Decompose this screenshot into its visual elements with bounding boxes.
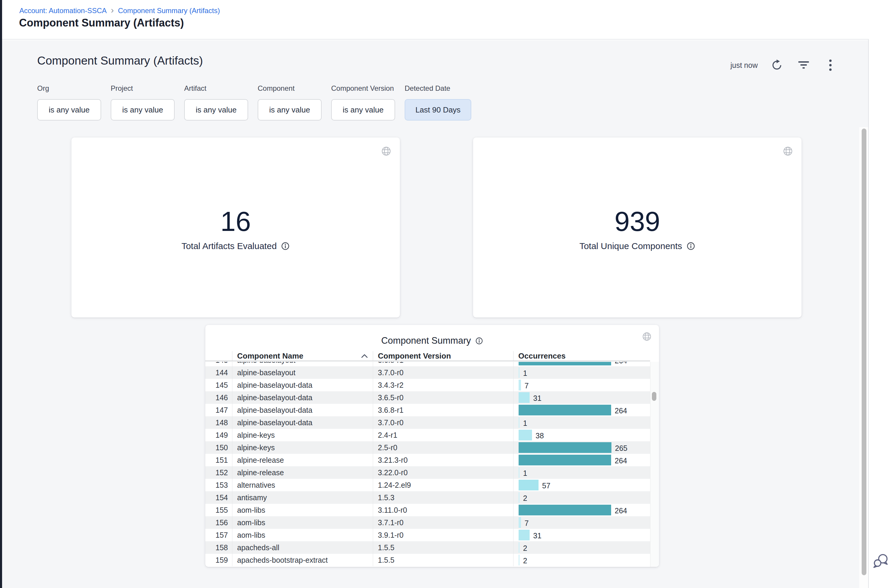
filter-toggle-button[interactable] bbox=[797, 58, 810, 72]
occurrences-cell: 2 bbox=[513, 554, 650, 566]
table-row[interactable]: 159 apacheds-bootstrap-extract 1.5.5 2 bbox=[205, 554, 650, 566]
row-index: 157 bbox=[205, 529, 232, 541]
component-version-cell: 3.6.8-r1 bbox=[373, 362, 513, 366]
breadcrumb-account-link[interactable]: Account: Automation-SSCA bbox=[19, 6, 106, 15]
table-row[interactable]: 158 apacheds-all 1.5.5 2 bbox=[205, 541, 650, 554]
component-summary-tile: Component Summary Component Name Compone… bbox=[205, 325, 659, 567]
globe-icon bbox=[783, 146, 793, 158]
component-name-cell: alpine-keys bbox=[232, 429, 373, 441]
refresh-button[interactable] bbox=[770, 58, 783, 72]
more-menu-button[interactable] bbox=[824, 58, 837, 72]
chat-support-icon[interactable] bbox=[873, 553, 890, 569]
occurrences-column-header[interactable]: Occurrences bbox=[513, 351, 650, 361]
component-version-cell: 1.5.5 bbox=[373, 554, 513, 566]
row-index: 148 bbox=[205, 416, 232, 429]
occurrence-count: 264 bbox=[615, 362, 627, 365]
filter-control: Component Version is any value bbox=[331, 84, 395, 120]
occurrence-count: 7 bbox=[525, 519, 529, 527]
component-name-cell: aom-libs bbox=[232, 516, 373, 529]
row-index: 152 bbox=[205, 466, 232, 479]
row-index: 143 bbox=[205, 362, 232, 366]
filter-value-button[interactable]: is any value bbox=[258, 99, 322, 120]
component-name-cell: alpine-baselayout bbox=[232, 362, 373, 366]
info-icon[interactable] bbox=[281, 242, 290, 250]
page-title: Component Summary (Artifacts) bbox=[19, 16, 184, 29]
component-version-cell: 3.6.8-r1 bbox=[373, 404, 513, 416]
table-row[interactable]: 143 alpine-baselayout 3.6.8-r1 264 bbox=[205, 362, 650, 366]
last-refreshed-text: just now bbox=[730, 61, 758, 70]
component-name-cell: apacheds-bootstrap-extract bbox=[232, 554, 373, 566]
row-index: 156 bbox=[205, 516, 232, 529]
component-version-cell: 3.6.5-r0 bbox=[373, 391, 513, 404]
total-components-value: 939 bbox=[473, 208, 802, 235]
component-version-column-header[interactable]: Component Version bbox=[373, 351, 513, 361]
table-row[interactable]: 148 alpine-baselayout-data 3.7.0-r0 1 bbox=[205, 416, 650, 429]
breadcrumb-separator-icon: › bbox=[111, 6, 114, 14]
occurrences-cell: 264 bbox=[513, 404, 650, 416]
info-icon[interactable] bbox=[475, 337, 483, 345]
table-row[interactable]: 154 antisamy 1.5.3 2 bbox=[205, 491, 650, 504]
occurrence-count: 31 bbox=[533, 394, 541, 402]
table-row[interactable]: 156 aom-libs 3.7.1-r0 7 bbox=[205, 516, 650, 529]
occurrence-count: 57 bbox=[542, 482, 550, 490]
table-row[interactable]: 151 alpine-release 3.21.3-r0 264 bbox=[205, 454, 650, 466]
filter-value-button[interactable]: Last 90 Days bbox=[405, 99, 471, 120]
row-index: 149 bbox=[205, 429, 232, 441]
component-version-cell: 2.4-r1 bbox=[373, 429, 513, 441]
table-row[interactable]: 152 alpine-release 3.22.0-r0 1 bbox=[205, 466, 650, 479]
occurrence-bar bbox=[519, 442, 612, 453]
occurrences-cell: 1 bbox=[513, 466, 650, 479]
occurrence-bar bbox=[519, 380, 521, 390]
component-name-header-label: Component Name bbox=[237, 351, 303, 361]
page-scrollbar-thumb[interactable] bbox=[862, 129, 867, 575]
info-icon[interactable] bbox=[687, 242, 695, 250]
breadcrumb-current-link[interactable]: Component Summary (Artifacts) bbox=[118, 6, 220, 15]
table-row[interactable]: 155 aom-libs 3.11.0-r0 264 bbox=[205, 504, 650, 516]
occurrences-header-label: Occurrences bbox=[518, 351, 565, 361]
occurrences-cell: 38 bbox=[513, 429, 650, 441]
dashboard-controls: just now bbox=[730, 58, 837, 72]
occurrences-cell: 7 bbox=[513, 516, 650, 529]
occurrences-cell: 2 bbox=[513, 491, 650, 504]
occurrence-bar bbox=[519, 480, 538, 490]
occurrence-count: 264 bbox=[615, 456, 627, 465]
component-name-cell: alpine-release bbox=[232, 466, 373, 479]
component-version-cell: 3.7.0-r0 bbox=[373, 366, 513, 379]
collapsed-sidebar-rail[interactable] bbox=[0, 0, 2, 588]
filter-control: Project is any value bbox=[111, 84, 175, 120]
occurrences-cell: 31 bbox=[513, 529, 650, 541]
row-index: 158 bbox=[205, 541, 232, 554]
filter-value-button[interactable]: is any value bbox=[37, 99, 101, 120]
row-index: 153 bbox=[205, 479, 232, 491]
component-name-cell: alpine-release bbox=[232, 454, 373, 466]
occurrence-count: 264 bbox=[615, 507, 627, 515]
row-index: 159 bbox=[205, 554, 232, 566]
table-row[interactable]: 153 alternatives 1.24-2.el9 57 bbox=[205, 479, 650, 491]
row-index: 150 bbox=[205, 441, 232, 454]
table-row[interactable]: 149 alpine-keys 2.4-r1 38 bbox=[205, 429, 650, 441]
table-row[interactable]: 150 alpine-keys 2.5-r0 265 bbox=[205, 441, 650, 454]
table-row[interactable]: 146 alpine-baselayout-data 3.6.5-r0 31 bbox=[205, 391, 650, 404]
filter-value-button[interactable]: is any value bbox=[111, 99, 175, 120]
component-version-cell: 2.5-r0 bbox=[373, 441, 513, 454]
component-name-cell: alpine-baselayout-data bbox=[232, 416, 373, 429]
table-row[interactable]: 157 aom-libs 3.9.1-r0 31 bbox=[205, 529, 650, 541]
component-version-header-label: Component Version bbox=[378, 351, 451, 361]
component-name-cell: apacheds-all bbox=[232, 541, 373, 554]
table-scrollbar-thumb[interactable] bbox=[652, 392, 657, 401]
sort-ascending-icon bbox=[361, 354, 368, 358]
filter-control: Artifact is any value bbox=[184, 84, 248, 120]
component-name-cell: alpine-keys bbox=[232, 441, 373, 454]
table-row[interactable]: 147 alpine-baselayout-data 3.6.8-r1 264 bbox=[205, 404, 650, 416]
filter-value-button[interactable]: is any value bbox=[331, 99, 395, 120]
occurrences-cell: 264 bbox=[513, 504, 650, 516]
table-row[interactable]: 144 alpine-baselayout 3.7.0-r0 1 bbox=[205, 366, 650, 379]
filter-value-button[interactable]: is any value bbox=[184, 99, 248, 120]
row-index: 146 bbox=[205, 391, 232, 404]
occurrence-bar bbox=[519, 530, 529, 540]
table-body: 144 alpine-baselayout 3.7.0-r0 1 145 alp… bbox=[205, 366, 650, 566]
globe-icon bbox=[381, 146, 391, 158]
table-row[interactable]: 145 alpine-baselayout-data 3.4.3-r2 7 bbox=[205, 379, 650, 391]
total-artifacts-label: Total Artifacts Evaluated bbox=[181, 241, 277, 251]
component-name-column-header[interactable]: Component Name bbox=[232, 351, 373, 361]
